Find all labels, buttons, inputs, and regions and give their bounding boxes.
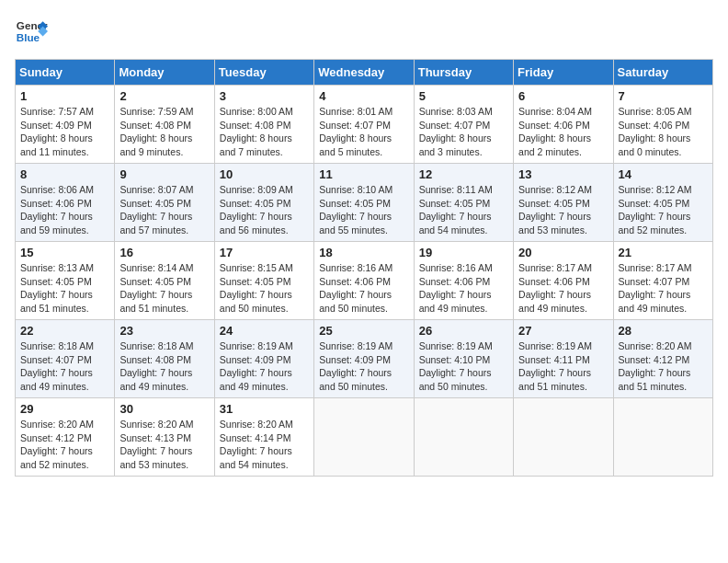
day-info: Sunrise: 8:20 AMSunset: 4:14 PMDaylight:…	[220, 419, 293, 470]
calendar-cell: 21 Sunrise: 8:17 AMSunset: 4:07 PMDaylig…	[613, 242, 712, 320]
calendar-table: SundayMondayTuesdayWednesdayThursdayFrid…	[15, 59, 713, 477]
calendar-cell: 14 Sunrise: 8:12 AMSunset: 4:05 PMDaylig…	[613, 164, 712, 242]
day-number: 1	[20, 89, 109, 103]
day-info: Sunrise: 8:09 AMSunset: 4:05 PMDaylight:…	[220, 184, 293, 236]
day-number: 7	[619, 89, 708, 103]
weekday-header-sunday: Sunday	[16, 60, 115, 86]
day-number: 18	[319, 246, 408, 259]
calendar-week-5: 29 Sunrise: 8:20 AMSunset: 4:12 PMDaylig…	[16, 398, 713, 477]
calendar-cell: 18 Sunrise: 8:16 AMSunset: 4:06 PMDaylig…	[314, 242, 414, 320]
calendar-week-2: 8 Sunrise: 8:06 AMSunset: 4:06 PMDayligh…	[16, 164, 713, 242]
calendar-cell: 9 Sunrise: 8:07 AMSunset: 4:05 PMDayligh…	[115, 164, 214, 242]
day-number: 25	[319, 324, 408, 338]
calendar-cell: 1 Sunrise: 7:57 AMSunset: 4:09 PMDayligh…	[16, 86, 115, 164]
calendar-cell: 24 Sunrise: 8:19 AMSunset: 4:09 PMDaylig…	[214, 320, 313, 398]
day-info: Sunrise: 8:20 AMSunset: 4:12 PMDaylight:…	[619, 340, 692, 392]
day-info: Sunrise: 7:59 AMSunset: 4:08 PMDaylight:…	[119, 106, 193, 157]
day-info: Sunrise: 8:20 AMSunset: 4:12 PMDaylight:…	[20, 419, 94, 470]
page-header: General Blue	[15, 15, 713, 48]
day-number: 20	[518, 246, 608, 259]
day-number: 26	[419, 324, 508, 338]
svg-text:Blue: Blue	[17, 31, 40, 43]
day-number: 31	[220, 402, 309, 416]
day-info: Sunrise: 8:19 AMSunset: 4:11 PMDaylight:…	[518, 340, 592, 392]
day-number: 28	[619, 324, 708, 338]
day-number: 16	[119, 246, 209, 259]
day-info: Sunrise: 8:00 AMSunset: 4:08 PMDaylight:…	[220, 106, 293, 157]
day-info: Sunrise: 8:19 AMSunset: 4:09 PMDaylight:…	[319, 340, 392, 392]
calendar-cell	[314, 398, 414, 477]
day-number: 27	[518, 324, 608, 338]
calendar-cell: 7 Sunrise: 8:05 AMSunset: 4:06 PMDayligh…	[613, 86, 712, 164]
day-info: Sunrise: 8:17 AMSunset: 4:07 PMDaylight:…	[619, 262, 692, 314]
day-info: Sunrise: 8:13 AMSunset: 4:05 PMDaylight:…	[20, 262, 94, 314]
weekday-header-saturday: Saturday	[613, 60, 712, 86]
calendar-cell: 22 Sunrise: 8:18 AMSunset: 4:07 PMDaylig…	[16, 320, 115, 398]
day-number: 13	[518, 167, 608, 181]
day-info: Sunrise: 8:10 AMSunset: 4:05 PMDaylight:…	[319, 184, 392, 236]
calendar-cell: 6 Sunrise: 8:04 AMSunset: 4:06 PMDayligh…	[514, 86, 613, 164]
day-number: 5	[419, 89, 508, 103]
calendar-week-3: 15 Sunrise: 8:13 AMSunset: 4:05 PMDaylig…	[16, 242, 713, 320]
calendar-cell: 11 Sunrise: 8:10 AMSunset: 4:05 PMDaylig…	[314, 164, 414, 242]
day-info: Sunrise: 8:03 AMSunset: 4:07 PMDaylight:…	[419, 106, 493, 157]
day-info: Sunrise: 8:16 AMSunset: 4:06 PMDaylight:…	[319, 262, 392, 314]
day-info: Sunrise: 8:15 AMSunset: 4:05 PMDaylight:…	[220, 262, 293, 314]
weekday-header-row: SundayMondayTuesdayWednesdayThursdayFrid…	[16, 60, 713, 86]
calendar-cell: 8 Sunrise: 8:06 AMSunset: 4:06 PMDayligh…	[16, 164, 115, 242]
logo-icon: General Blue	[15, 15, 48, 48]
calendar-cell	[514, 398, 613, 477]
calendar-cell: 17 Sunrise: 8:15 AMSunset: 4:05 PMDaylig…	[214, 242, 313, 320]
day-number: 12	[419, 167, 508, 181]
day-number: 10	[220, 167, 309, 181]
day-number: 23	[119, 324, 209, 338]
calendar-cell: 27 Sunrise: 8:19 AMSunset: 4:11 PMDaylig…	[514, 320, 613, 398]
calendar-cell: 3 Sunrise: 8:00 AMSunset: 4:08 PMDayligh…	[214, 86, 313, 164]
calendar-cell: 19 Sunrise: 8:16 AMSunset: 4:06 PMDaylig…	[414, 242, 513, 320]
day-info: Sunrise: 7:57 AMSunset: 4:09 PMDaylight:…	[20, 106, 94, 157]
day-number: 24	[220, 324, 309, 338]
day-number: 30	[119, 402, 209, 416]
day-info: Sunrise: 8:12 AMSunset: 4:05 PMDaylight:…	[518, 184, 592, 236]
calendar-cell	[613, 398, 712, 477]
day-number: 21	[619, 246, 708, 259]
day-info: Sunrise: 8:04 AMSunset: 4:06 PMDaylight:…	[518, 106, 592, 157]
calendar-cell: 30 Sunrise: 8:20 AMSunset: 4:13 PMDaylig…	[115, 398, 214, 477]
calendar-cell: 20 Sunrise: 8:17 AMSunset: 4:06 PMDaylig…	[514, 242, 613, 320]
day-info: Sunrise: 8:05 AMSunset: 4:06 PMDaylight:…	[619, 106, 692, 157]
day-info: Sunrise: 8:17 AMSunset: 4:06 PMDaylight:…	[518, 262, 592, 314]
day-info: Sunrise: 8:19 AMSunset: 4:09 PMDaylight:…	[220, 340, 293, 392]
calendar-cell: 23 Sunrise: 8:18 AMSunset: 4:08 PMDaylig…	[115, 320, 214, 398]
day-info: Sunrise: 8:06 AMSunset: 4:06 PMDaylight:…	[20, 184, 94, 236]
day-number: 3	[220, 89, 309, 103]
calendar-cell: 31 Sunrise: 8:20 AMSunset: 4:14 PMDaylig…	[214, 398, 313, 477]
calendar-cell: 29 Sunrise: 8:20 AMSunset: 4:12 PMDaylig…	[16, 398, 115, 477]
calendar-cell	[414, 398, 513, 477]
calendar-cell: 4 Sunrise: 8:01 AMSunset: 4:07 PMDayligh…	[314, 86, 414, 164]
weekday-header-wednesday: Wednesday	[314, 60, 414, 86]
calendar-cell: 26 Sunrise: 8:19 AMSunset: 4:10 PMDaylig…	[414, 320, 513, 398]
day-info: Sunrise: 8:11 AMSunset: 4:05 PMDaylight:…	[419, 184, 493, 236]
day-number: 4	[319, 89, 408, 103]
day-info: Sunrise: 8:18 AMSunset: 4:08 PMDaylight:…	[119, 340, 193, 392]
day-info: Sunrise: 8:14 AMSunset: 4:05 PMDaylight:…	[119, 262, 193, 314]
day-number: 22	[20, 324, 109, 338]
day-info: Sunrise: 8:20 AMSunset: 4:13 PMDaylight:…	[119, 419, 193, 470]
weekday-header-friday: Friday	[514, 60, 613, 86]
weekday-header-monday: Monday	[115, 60, 214, 86]
day-number: 9	[119, 167, 209, 181]
day-number: 11	[319, 167, 408, 181]
day-info: Sunrise: 8:18 AMSunset: 4:07 PMDaylight:…	[20, 340, 94, 392]
day-info: Sunrise: 8:16 AMSunset: 4:06 PMDaylight:…	[419, 262, 493, 314]
day-number: 17	[220, 246, 309, 259]
day-number: 6	[518, 89, 608, 103]
day-info: Sunrise: 8:12 AMSunset: 4:05 PMDaylight:…	[619, 184, 692, 236]
calendar-cell: 13 Sunrise: 8:12 AMSunset: 4:05 PMDaylig…	[514, 164, 613, 242]
calendar-cell: 15 Sunrise: 8:13 AMSunset: 4:05 PMDaylig…	[16, 242, 115, 320]
calendar-cell: 16 Sunrise: 8:14 AMSunset: 4:05 PMDaylig…	[115, 242, 214, 320]
calendar-week-1: 1 Sunrise: 7:57 AMSunset: 4:09 PMDayligh…	[16, 86, 713, 164]
calendar-cell: 25 Sunrise: 8:19 AMSunset: 4:09 PMDaylig…	[314, 320, 414, 398]
calendar-cell: 12 Sunrise: 8:11 AMSunset: 4:05 PMDaylig…	[414, 164, 513, 242]
calendar-cell: 2 Sunrise: 7:59 AMSunset: 4:08 PMDayligh…	[115, 86, 214, 164]
day-number: 15	[20, 246, 109, 259]
